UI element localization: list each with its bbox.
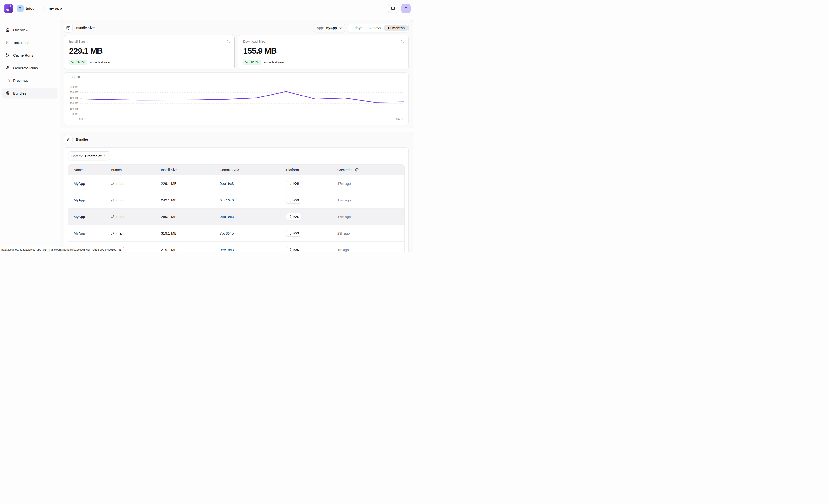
cell-name: MyApp [68, 215, 111, 219]
git-branch-icon [111, 182, 114, 185]
sort-by-label: Sort by: [71, 154, 83, 158]
column-header-label: Created at [337, 168, 353, 172]
platform-badge: iOS [286, 197, 301, 204]
user-avatar[interactable]: T [401, 4, 410, 13]
chart-xtick-label: May 1 [396, 118, 403, 120]
home-icon [6, 28, 10, 32]
smartphone-icon [289, 182, 292, 185]
sidebar-item-label: Previews [13, 78, 28, 83]
project-name[interactable]: my-app [49, 6, 62, 11]
delta-badge: -12.8% [243, 60, 261, 65]
cell-branch: main [111, 231, 161, 235]
install-size-chart: 0 MB100 MB200 MB300 MB400 MB500 MBJun 1M… [68, 80, 405, 123]
bundle-size-header: Bundle Size App: MyApp 7 days30 days12 m… [64, 24, 409, 32]
cell-created-at: 17m ago [337, 198, 404, 202]
app-selector-value: MyApp [326, 26, 337, 30]
table-row[interactable]: MyAppmain319.1 MB7bc3045iOS23h ago [68, 225, 404, 241]
column-header-label: Commit SHA [220, 168, 240, 172]
bundles-table-body: MyAppmain229.1 MB0ee19c3iOS17m agoMyAppm… [68, 175, 404, 252]
bundles-header: Bundles [64, 135, 409, 144]
platform-badge: iOS [286, 246, 301, 252]
info-icon[interactable] [226, 39, 231, 43]
gauge-icon [6, 40, 10, 45]
cell-commit-sha: 7bc3045 [220, 231, 286, 235]
stat-cards-row: Install Size 229.1 MB -26.2% since last … [64, 35, 409, 69]
tuist-logo[interactable] [4, 4, 13, 13]
column-header-name[interactable]: Name [68, 168, 111, 172]
sidebar-item-generate-runs[interactable]: Generate Runs [2, 63, 58, 73]
breadcrumb-separator: / [42, 6, 45, 11]
table-row[interactable]: MyAppmain289.1 MB0ee19c3iOS17m ago [68, 208, 404, 225]
main-content: Bundle Size App: MyApp 7 days30 days12 m… [60, 17, 414, 252]
table-row[interactable]: MyAppmain249.1 MB0ee19c3iOS17m ago [68, 192, 404, 208]
cell-platform: iOS [286, 213, 337, 220]
cell-install-size: 219.1 MB [161, 247, 220, 252]
chart-ytick-label: 200 MB [70, 102, 78, 105]
column-header-platform[interactable]: Platform [286, 168, 337, 172]
sort-down-circle-icon[interactable] [355, 168, 359, 172]
org-switcher-chevrons-icon[interactable] [36, 7, 39, 10]
chart-ytick-label: 500 MB [70, 86, 78, 88]
chart-line [81, 91, 403, 102]
git-branch-icon [111, 198, 114, 202]
grid-icon [66, 137, 71, 142]
range-tab-7-days[interactable]: 7 days [349, 25, 365, 31]
app-selector[interactable]: App: MyApp [314, 24, 345, 32]
column-header-install-size[interactable]: Install Size [161, 168, 220, 172]
bundles-table: NameBranchInstall SizeCommit SHAPlatform… [68, 164, 404, 252]
install-size-card[interactable]: Install Size 229.1 MB -26.2% since last … [64, 35, 235, 69]
sidebar-item-label: Test Runs [13, 41, 29, 45]
donut-icon [6, 91, 10, 95]
smartphone-icon [289, 232, 292, 235]
section-title: Bundle Size [76, 26, 95, 30]
cell-created-at: 1m ago [337, 248, 404, 252]
stat-label: Download Size [243, 40, 403, 43]
smartphone-icon [289, 215, 292, 218]
sidebar-item-overview[interactable]: Overview [2, 25, 58, 35]
cell-created-at: 17m ago [337, 215, 404, 219]
cell-name: MyApp [68, 182, 111, 186]
devices-icon [6, 78, 10, 83]
delta-badge: -26.2% [69, 60, 87, 65]
org-badge: T [17, 5, 24, 12]
install-size-chart-card: Install Size 0 MB100 MB200 MB300 MB400 M… [64, 72, 409, 125]
cell-install-size: 319.1 MB [161, 231, 220, 235]
download-size-card[interactable]: Download Size 155.9 MB -12.8% since last… [238, 35, 409, 69]
cell-platform: iOS [286, 197, 337, 204]
org-name[interactable]: tuist [26, 6, 34, 11]
sidebar-item-previews[interactable]: Previews [2, 75, 58, 86]
sidebar-item-test-runs[interactable]: Test Runs [2, 37, 58, 48]
bundle-size-section: Bundle Size App: MyApp 7 days30 days12 m… [60, 20, 413, 128]
circles-icon [6, 66, 10, 70]
column-header-commit-sha[interactable]: Commit SHA [220, 168, 286, 172]
cell-name: MyApp [68, 198, 111, 202]
docs-button[interactable] [388, 4, 397, 13]
sort-by-value: Created at [85, 154, 101, 158]
bundle-size-section-button[interactable] [64, 24, 73, 32]
navbar-actions: T [388, 4, 410, 13]
book-icon [391, 6, 395, 11]
info-icon[interactable] [401, 39, 405, 43]
cell-platform: iOS [286, 246, 337, 252]
sidebar-item-cache-runs[interactable]: Cache Runs [2, 50, 58, 61]
chart-ytick-label: 100 MB [70, 107, 78, 110]
project-switcher-chevrons-icon[interactable] [64, 7, 67, 10]
column-header-branch[interactable]: Branch [111, 168, 161, 172]
range-tab-12-months[interactable]: 12 months [384, 25, 408, 31]
bundles-section: Bundles Sort by: Created at NameBranchIn… [60, 132, 413, 252]
range-tab-30-days[interactable]: 30 days [366, 25, 384, 31]
bundles-section-button[interactable] [64, 135, 73, 144]
sort-by-dropdown[interactable]: Sort by: Created at [68, 151, 110, 160]
table-row[interactable]: MyAppmain229.1 MB0ee19c3iOS17m ago [68, 175, 404, 192]
bundles-table-header: NameBranchInstall SizeCommit SHAPlatform… [68, 164, 404, 175]
platform-badge: iOS [286, 230, 301, 237]
stat-footer: -26.2% since last year [69, 60, 229, 65]
cell-commit-sha: 0ee19c3 [220, 247, 286, 252]
bundle-size-controls: App: MyApp 7 days30 days12 months [314, 24, 409, 32]
sidebar-item-bundles[interactable]: Bundles [2, 88, 58, 99]
status-bar-url: http://localhost:8080/tuist/ios_app_with… [0, 247, 124, 252]
section-title: Bundles [76, 138, 88, 142]
column-header-created-at[interactable]: Created at [337, 168, 404, 172]
workflow-icon [6, 53, 10, 57]
cell-commit-sha: 0ee19c3 [220, 215, 286, 219]
